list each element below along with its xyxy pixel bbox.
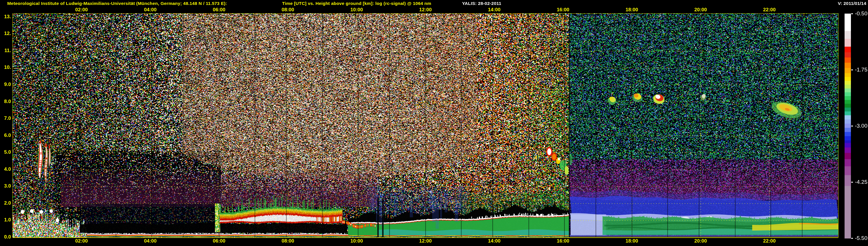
x-tick-label-bottom: 18:00 [625,238,638,244]
x-tick-label-bottom: 02:00 [75,238,88,244]
y-tick-label: 11. [0,48,11,54]
y-tick-label: 6.0 [0,132,11,139]
x-tick-label-bottom: 22:00 [763,238,776,244]
x-tick-label-top: 18:00 [625,7,638,13]
x-tick-label-bottom: 16:00 [557,238,569,244]
x-tick-label-top: 08:00 [281,7,294,13]
y-tick-label: 9.0 [0,82,11,87]
x-tick-label-bottom: 08:00 [281,238,294,244]
time-height-heatmap-canvas [0,0,868,246]
y-tick-label: 8.0 [0,99,11,104]
x-tick-label-top: 10:00 [350,7,363,13]
x-tick-label-top: 04:00 [144,7,157,13]
x-tick-label-bottom: 20:00 [694,238,707,244]
colorbar-tick-label: -4.25 [851,179,867,185]
station-title: Meteorological Institute of Ludwig-Maxim… [7,1,227,6]
plot-title: Time [UTC] vs. Height above ground [km]:… [282,1,431,6]
yalis-lidar-quicklook: Meteorological Institute of Ludwig-Maxim… [0,0,868,246]
y-tick-label: 5.0 [0,149,11,155]
version-label: V: 2011/01/14 [838,1,866,6]
y-tick-label: 12. [0,31,11,36]
system-date-label: YALIS: 28-02-2011 [462,1,501,6]
y-tick-label: 3.0 [0,183,11,189]
colorbar-tick-label: -5.50 [851,235,867,241]
y-tick-label: 10. [0,65,11,70]
y-tick-label: 13. [0,14,11,20]
x-tick-label-bottom: 12:00 [419,238,432,244]
x-tick-label-bottom: 06:00 [213,238,225,244]
colorbar-tick-label: -1.75 [851,67,867,73]
x-tick-label-top: 14:00 [488,7,500,13]
y-tick-label: 4.0 [0,166,11,172]
x-tick-label-top: 20:00 [694,7,707,13]
x-tick-label-top: 06:00 [213,7,225,13]
colorbar-tick-label: -3.00 [851,123,867,129]
x-tick-label-bottom: 10:00 [350,238,363,244]
x-tick-label-top: 02:00 [75,7,88,13]
y-tick-label: 0.0 [0,234,11,240]
y-tick-label: 2.0 [0,200,11,206]
x-tick-label-top: 22:00 [763,7,776,13]
x-tick-label-top: 16:00 [557,7,569,13]
x-tick-label-bottom: 04:00 [144,238,157,244]
x-tick-label-top: 12:00 [419,7,432,13]
y-tick-label: 7.0 [0,116,11,121]
x-tick-label-bottom: 14:00 [488,238,500,244]
colorbar-tick-label: -0.50 [851,10,867,17]
y-tick-label: 1.0 [0,217,11,223]
